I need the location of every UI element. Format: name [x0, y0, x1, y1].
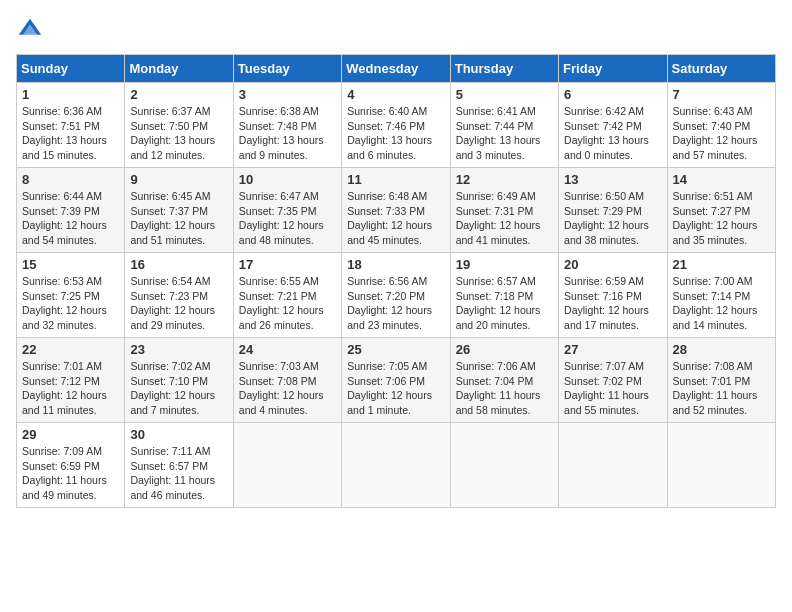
day-number: 28: [673, 342, 770, 357]
cell-details: Sunrise: 6:36 AMSunset: 7:51 PMDaylight:…: [22, 104, 119, 163]
calendar-cell: [233, 423, 341, 508]
cell-details: Sunrise: 7:00 AMSunset: 7:14 PMDaylight:…: [673, 274, 770, 333]
day-number: 2: [130, 87, 227, 102]
day-number: 27: [564, 342, 661, 357]
calendar-cell: 9Sunrise: 6:45 AMSunset: 7:37 PMDaylight…: [125, 168, 233, 253]
calendar-cell: 29Sunrise: 7:09 AMSunset: 6:59 PMDayligh…: [17, 423, 125, 508]
calendar-cell: 27Sunrise: 7:07 AMSunset: 7:02 PMDayligh…: [559, 338, 667, 423]
cell-details: Sunrise: 6:38 AMSunset: 7:48 PMDaylight:…: [239, 104, 336, 163]
cell-details: Sunrise: 6:44 AMSunset: 7:39 PMDaylight:…: [22, 189, 119, 248]
cell-details: Sunrise: 6:43 AMSunset: 7:40 PMDaylight:…: [673, 104, 770, 163]
cell-details: Sunrise: 6:49 AMSunset: 7:31 PMDaylight:…: [456, 189, 553, 248]
calendar-cell: 20Sunrise: 6:59 AMSunset: 7:16 PMDayligh…: [559, 253, 667, 338]
calendar-cell: 10Sunrise: 6:47 AMSunset: 7:35 PMDayligh…: [233, 168, 341, 253]
day-header-wednesday: Wednesday: [342, 55, 450, 83]
day-number: 19: [456, 257, 553, 272]
day-number: 12: [456, 172, 553, 187]
day-number: 18: [347, 257, 444, 272]
calendar-cell: 11Sunrise: 6:48 AMSunset: 7:33 PMDayligh…: [342, 168, 450, 253]
cell-details: Sunrise: 6:57 AMSunset: 7:18 PMDaylight:…: [456, 274, 553, 333]
day-number: 15: [22, 257, 119, 272]
calendar-cell: 4Sunrise: 6:40 AMSunset: 7:46 PMDaylight…: [342, 83, 450, 168]
calendar-cell: 13Sunrise: 6:50 AMSunset: 7:29 PMDayligh…: [559, 168, 667, 253]
cell-details: Sunrise: 6:59 AMSunset: 7:16 PMDaylight:…: [564, 274, 661, 333]
cell-details: Sunrise: 6:48 AMSunset: 7:33 PMDaylight:…: [347, 189, 444, 248]
day-header-monday: Monday: [125, 55, 233, 83]
day-number: 24: [239, 342, 336, 357]
cell-details: Sunrise: 7:03 AMSunset: 7:08 PMDaylight:…: [239, 359, 336, 418]
cell-details: Sunrise: 7:02 AMSunset: 7:10 PMDaylight:…: [130, 359, 227, 418]
day-header-friday: Friday: [559, 55, 667, 83]
week-row-1: 1Sunrise: 6:36 AMSunset: 7:51 PMDaylight…: [17, 83, 776, 168]
day-number: 10: [239, 172, 336, 187]
calendar-cell: [559, 423, 667, 508]
logo: [16, 16, 48, 44]
day-number: 14: [673, 172, 770, 187]
cell-details: Sunrise: 6:45 AMSunset: 7:37 PMDaylight:…: [130, 189, 227, 248]
calendar-cell: 5Sunrise: 6:41 AMSunset: 7:44 PMDaylight…: [450, 83, 558, 168]
cell-details: Sunrise: 7:01 AMSunset: 7:12 PMDaylight:…: [22, 359, 119, 418]
cell-details: Sunrise: 6:42 AMSunset: 7:42 PMDaylight:…: [564, 104, 661, 163]
calendar-cell: 8Sunrise: 6:44 AMSunset: 7:39 PMDaylight…: [17, 168, 125, 253]
day-number: 13: [564, 172, 661, 187]
week-row-4: 22Sunrise: 7:01 AMSunset: 7:12 PMDayligh…: [17, 338, 776, 423]
calendar-cell: 23Sunrise: 7:02 AMSunset: 7:10 PMDayligh…: [125, 338, 233, 423]
day-number: 1: [22, 87, 119, 102]
calendar-cell: 15Sunrise: 6:53 AMSunset: 7:25 PMDayligh…: [17, 253, 125, 338]
day-header-thursday: Thursday: [450, 55, 558, 83]
calendar-cell: 6Sunrise: 6:42 AMSunset: 7:42 PMDaylight…: [559, 83, 667, 168]
week-row-5: 29Sunrise: 7:09 AMSunset: 6:59 PMDayligh…: [17, 423, 776, 508]
week-row-3: 15Sunrise: 6:53 AMSunset: 7:25 PMDayligh…: [17, 253, 776, 338]
day-number: 22: [22, 342, 119, 357]
cell-details: Sunrise: 6:53 AMSunset: 7:25 PMDaylight:…: [22, 274, 119, 333]
day-header-saturday: Saturday: [667, 55, 775, 83]
calendar-cell: 25Sunrise: 7:05 AMSunset: 7:06 PMDayligh…: [342, 338, 450, 423]
calendar-cell: 3Sunrise: 6:38 AMSunset: 7:48 PMDaylight…: [233, 83, 341, 168]
calendar-cell: [667, 423, 775, 508]
day-header-tuesday: Tuesday: [233, 55, 341, 83]
calendar-cell: 21Sunrise: 7:00 AMSunset: 7:14 PMDayligh…: [667, 253, 775, 338]
cell-details: Sunrise: 6:54 AMSunset: 7:23 PMDaylight:…: [130, 274, 227, 333]
day-number: 20: [564, 257, 661, 272]
cell-details: Sunrise: 6:47 AMSunset: 7:35 PMDaylight:…: [239, 189, 336, 248]
calendar-cell: [342, 423, 450, 508]
cell-details: Sunrise: 7:09 AMSunset: 6:59 PMDaylight:…: [22, 444, 119, 503]
calendar-cell: 2Sunrise: 6:37 AMSunset: 7:50 PMDaylight…: [125, 83, 233, 168]
day-header-sunday: Sunday: [17, 55, 125, 83]
day-number: 6: [564, 87, 661, 102]
calendar-table: SundayMondayTuesdayWednesdayThursdayFrid…: [16, 54, 776, 508]
calendar-cell: 7Sunrise: 6:43 AMSunset: 7:40 PMDaylight…: [667, 83, 775, 168]
calendar-cell: 12Sunrise: 6:49 AMSunset: 7:31 PMDayligh…: [450, 168, 558, 253]
calendar-cell: 14Sunrise: 6:51 AMSunset: 7:27 PMDayligh…: [667, 168, 775, 253]
cell-details: Sunrise: 6:40 AMSunset: 7:46 PMDaylight:…: [347, 104, 444, 163]
cell-details: Sunrise: 6:55 AMSunset: 7:21 PMDaylight:…: [239, 274, 336, 333]
day-number: 30: [130, 427, 227, 442]
day-number: 4: [347, 87, 444, 102]
day-number: 5: [456, 87, 553, 102]
calendar-cell: 18Sunrise: 6:56 AMSunset: 7:20 PMDayligh…: [342, 253, 450, 338]
day-number: 3: [239, 87, 336, 102]
cell-details: Sunrise: 7:08 AMSunset: 7:01 PMDaylight:…: [673, 359, 770, 418]
calendar-cell: 28Sunrise: 7:08 AMSunset: 7:01 PMDayligh…: [667, 338, 775, 423]
day-number: 25: [347, 342, 444, 357]
day-number: 8: [22, 172, 119, 187]
logo-icon: [16, 16, 44, 44]
day-number: 17: [239, 257, 336, 272]
cell-details: Sunrise: 6:50 AMSunset: 7:29 PMDaylight:…: [564, 189, 661, 248]
calendar-cell: 1Sunrise: 6:36 AMSunset: 7:51 PMDaylight…: [17, 83, 125, 168]
calendar-cell: [450, 423, 558, 508]
cell-details: Sunrise: 7:11 AMSunset: 6:57 PMDaylight:…: [130, 444, 227, 503]
day-number: 21: [673, 257, 770, 272]
calendar-cell: 22Sunrise: 7:01 AMSunset: 7:12 PMDayligh…: [17, 338, 125, 423]
day-number: 23: [130, 342, 227, 357]
calendar-cell: 26Sunrise: 7:06 AMSunset: 7:04 PMDayligh…: [450, 338, 558, 423]
cell-details: Sunrise: 6:41 AMSunset: 7:44 PMDaylight:…: [456, 104, 553, 163]
cell-details: Sunrise: 7:05 AMSunset: 7:06 PMDaylight:…: [347, 359, 444, 418]
calendar-cell: 19Sunrise: 6:57 AMSunset: 7:18 PMDayligh…: [450, 253, 558, 338]
cell-details: Sunrise: 7:06 AMSunset: 7:04 PMDaylight:…: [456, 359, 553, 418]
cell-details: Sunrise: 7:07 AMSunset: 7:02 PMDaylight:…: [564, 359, 661, 418]
calendar-cell: 17Sunrise: 6:55 AMSunset: 7:21 PMDayligh…: [233, 253, 341, 338]
week-row-2: 8Sunrise: 6:44 AMSunset: 7:39 PMDaylight…: [17, 168, 776, 253]
cell-details: Sunrise: 6:56 AMSunset: 7:20 PMDaylight:…: [347, 274, 444, 333]
calendar-cell: 24Sunrise: 7:03 AMSunset: 7:08 PMDayligh…: [233, 338, 341, 423]
